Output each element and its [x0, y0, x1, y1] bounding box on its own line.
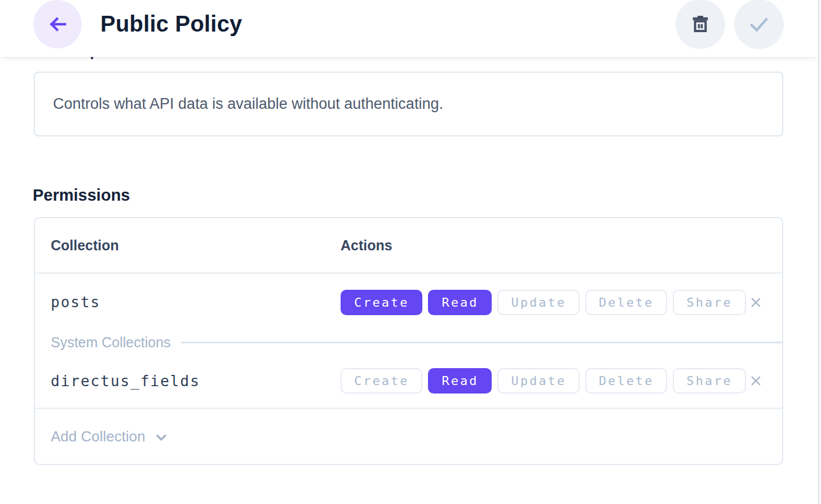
- action-button-delete[interactable]: Delete: [585, 290, 667, 315]
- close-icon: [748, 373, 763, 388]
- remove-row-button[interactable]: [747, 373, 764, 390]
- page-title: Public Policy: [100, 0, 242, 47]
- add-collection-button[interactable]: Add Collection: [35, 409, 782, 464]
- arrow-left-icon: [46, 12, 69, 36]
- collection-name: directus_fields: [51, 373, 341, 390]
- action-button-delete[interactable]: Delete: [585, 368, 667, 394]
- check-icon: [747, 12, 771, 36]
- description-input[interactable]: Controls what API data is available with…: [34, 72, 783, 136]
- actions-cell: Create Read Update Delete Share: [341, 290, 747, 315]
- action-button-update[interactable]: Update: [497, 368, 579, 394]
- action-button-update[interactable]: Update: [497, 290, 579, 315]
- trash-icon: [689, 13, 712, 36]
- permissions-heading: Permissions: [33, 186, 130, 205]
- action-button-share[interactable]: Share: [673, 290, 745, 315]
- action-button-create[interactable]: Create: [341, 368, 422, 394]
- action-button-create[interactable]: Create: [341, 290, 422, 315]
- action-button-share[interactable]: Share: [673, 368, 745, 394]
- remove-row-button[interactable]: [747, 294, 764, 311]
- add-collection-label: Add Collection: [51, 428, 145, 445]
- column-header-collection: Collection: [51, 237, 341, 254]
- close-icon: [748, 295, 763, 310]
- permissions-table: Collection Actions posts Create Read Upd…: [34, 217, 783, 465]
- save-button[interactable]: [734, 0, 784, 49]
- chevron-down-icon: [152, 428, 170, 446]
- description-value: Controls what API data is available with…: [53, 95, 443, 113]
- permission-row-posts: posts Create Read Update Delete Share: [35, 274, 782, 330]
- actions-cell: Create Read Update Delete Share: [341, 368, 747, 394]
- back-button[interactable]: [33, 0, 82, 48]
- column-header-actions: Actions: [341, 237, 747, 254]
- group-label: System Collections: [51, 334, 171, 351]
- group-divider-line: [181, 342, 782, 343]
- action-button-read[interactable]: Read: [428, 290, 492, 315]
- collection-name: posts: [51, 294, 341, 311]
- delete-policy-button[interactable]: [676, 0, 725, 49]
- system-collections-divider: System Collections: [35, 330, 782, 354]
- permissions-table-header: Collection Actions: [35, 218, 782, 274]
- action-button-read[interactable]: Read: [428, 368, 492, 394]
- permission-row-directus-fields: directus_fields Create Read Update Delet…: [35, 354, 782, 409]
- title-bar: Public Policy: [0, 0, 819, 57]
